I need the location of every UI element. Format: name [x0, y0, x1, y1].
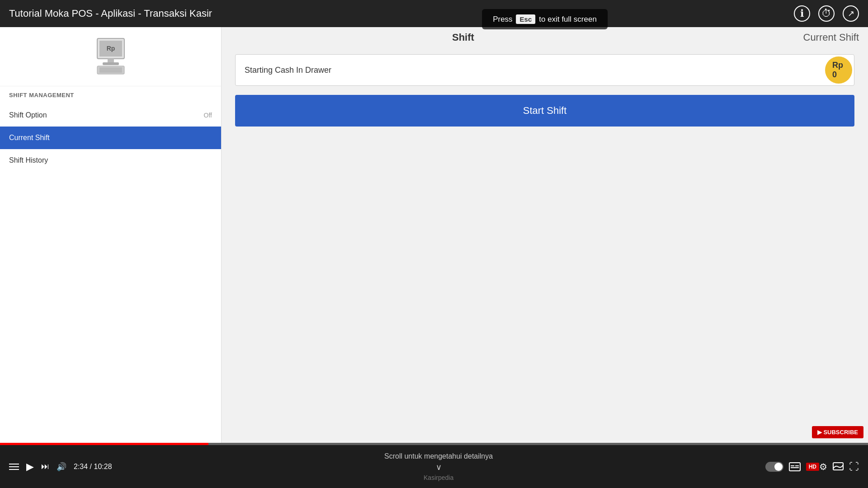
youtube-controls: ▶ ⏭ 🔊 2:34 / 10:28 Scroll untuk mengetah…: [0, 445, 868, 488]
kasirpedia-watermark: Kasirpedia: [424, 474, 453, 481]
scroll-hint-text: Scroll untuk mengetahui detailnya: [384, 452, 493, 460]
start-shift-button[interactable]: Start Shift: [235, 95, 854, 127]
scroll-arrow-icon: ∨: [436, 462, 442, 472]
shift-history-label: Shift History: [9, 156, 48, 164]
starting-cash-value[interactable]: Rp 0: [825, 56, 852, 84]
starting-cash-label: Starting Cash In Drawer: [236, 57, 823, 83]
progress-bar-fill: [0, 443, 208, 445]
video-title: Tutorial Moka POS - Aplikasi - Transaksi…: [9, 8, 794, 19]
scroll-hint-area: Scroll untuk mengetahui detailnya ∨ Kasi…: [119, 452, 758, 481]
current-shift-label: Current Shift: [9, 134, 50, 142]
fullscreen-button[interactable]: ⛶: [849, 461, 859, 473]
pos-icon: Rp: [93, 36, 129, 77]
current-shift-title: Current Shift: [794, 27, 868, 48]
esc-key: Esc: [516, 14, 536, 24]
sidebar: Rp SHIFT MANAGEMENT Shift Option Off: [0, 27, 222, 443]
progress-bar[interactable]: [0, 443, 868, 445]
hamburger-menu[interactable]: [9, 464, 19, 470]
svg-rect-3: [108, 59, 114, 62]
sidebar-item-current-shift[interactable]: Current Shift: [0, 127, 221, 149]
pos-machine-svg: Rp: [93, 36, 129, 77]
sidebar-item-shift-option[interactable]: Shift Option Off: [0, 104, 221, 127]
main-content: Shift Current Shift Starting Cash In Dra…: [222, 27, 868, 443]
svg-rect-9: [791, 467, 799, 468]
content-body: Starting Cash In Drawer Rp 0 Start Shift: [222, 41, 868, 140]
time-display: 2:34 / 10:28: [74, 463, 112, 471]
svg-text:Rp: Rp: [106, 45, 115, 52]
youtube-top-bar: Tutorial Moka POS - Aplikasi - Transaksi…: [0, 0, 868, 27]
time-current: 2:34: [74, 463, 88, 470]
svg-rect-6: [99, 67, 122, 73]
esc-prefix: Press: [493, 15, 512, 24]
share-icon[interactable]: ↗: [843, 5, 859, 22]
esc-tooltip: Press Esc to exit full screen: [482, 9, 608, 29]
right-controls: HD ⚙ ⛶: [765, 461, 859, 473]
subtitles-button[interactable]: [789, 462, 801, 471]
shift-overlay-title: Shift: [443, 27, 483, 48]
sidebar-logo: Rp: [0, 27, 221, 86]
svg-rect-7: [789, 463, 800, 471]
volume-button[interactable]: 🔊: [57, 462, 66, 472]
skip-button[interactable]: ⏭: [41, 462, 49, 471]
svg-rect-4: [103, 62, 119, 65]
top-right-controls: ℹ ⏱ ↗: [794, 5, 859, 22]
time-total: 10:28: [94, 463, 112, 470]
sidebar-item-shift-history[interactable]: Shift History: [0, 149, 221, 172]
svg-rect-8: [791, 465, 794, 466]
play-button[interactable]: ▶: [26, 461, 34, 473]
shift-management-label: SHIFT MANAGEMENT: [0, 86, 221, 104]
video-player: Tutorial Moka POS - Aplikasi - Transaksi…: [0, 0, 868, 488]
cast-button[interactable]: [833, 462, 844, 471]
youtube-bottom-bar: ▶ ⏭ 🔊 2:34 / 10:28 Scroll untuk mengetah…: [0, 443, 868, 488]
settings-button[interactable]: HD ⚙: [806, 461, 827, 472]
starting-cash-row: Starting Cash In Drawer Rp 0: [235, 54, 854, 86]
shift-option-label: Shift Option: [9, 111, 47, 119]
clock-icon[interactable]: ⏱: [818, 5, 835, 22]
subscribe-button[interactable]: ▶ SUBSCRIBE: [812, 426, 863, 438]
shift-option-badge: Off: [204, 112, 212, 119]
esc-suffix: to exit full screen: [539, 15, 597, 24]
hd-badge: HD: [806, 463, 819, 471]
autoplay-toggle[interactable]: [765, 462, 783, 472]
app-content: Rp SHIFT MANAGEMENT Shift Option Off: [0, 27, 868, 443]
info-icon[interactable]: ℹ: [794, 5, 810, 22]
svg-rect-10: [795, 465, 799, 466]
